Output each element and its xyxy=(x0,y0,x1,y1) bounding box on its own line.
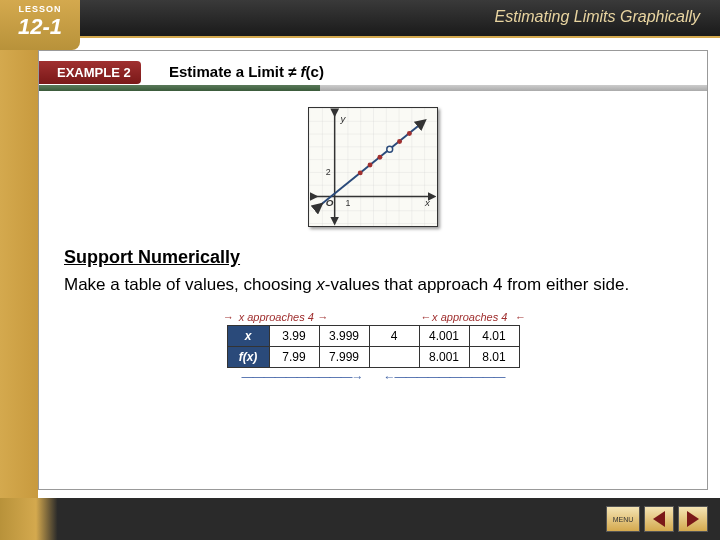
title-arg: (c) xyxy=(306,63,324,80)
approach-annotations: → x approaches 4 → ← x approaches 4 ← xyxy=(39,311,707,323)
svg-point-7 xyxy=(397,139,402,144)
divider-gray xyxy=(320,85,707,91)
next-button[interactable] xyxy=(678,506,708,532)
triangle-right-icon xyxy=(687,511,699,527)
y-tick-2: 2 xyxy=(326,167,331,177)
triangle-left-icon xyxy=(653,511,665,527)
values-table: x 3.99 3.999 4 4.001 4.01 f(x) 7.99 7.99… xyxy=(227,325,520,368)
cell: 3.999 xyxy=(319,326,369,347)
arrow-right-icon: ――――――――――→ xyxy=(241,370,362,384)
instruction-text: Make a table of values, choosing x-value… xyxy=(64,274,682,295)
cell: 3.99 xyxy=(269,326,319,347)
menu-label: MENU xyxy=(613,516,634,523)
lesson-badge: LESSON 12-1 xyxy=(0,0,80,50)
svg-point-9 xyxy=(387,146,393,152)
svg-point-5 xyxy=(368,163,373,168)
annot-right: x approaches 4 xyxy=(432,311,507,323)
subheading: Support Numerically xyxy=(64,247,707,268)
content-frame: EXAMPLE 2 Estimate a Limit ≠ f(c) xyxy=(38,50,708,490)
graph-image: y x O 1 2 xyxy=(308,107,438,227)
menu-button[interactable]: MENU xyxy=(606,506,640,532)
example-tab: EXAMPLE 2 xyxy=(39,61,141,84)
topic-title: Estimating Limits Graphically xyxy=(495,8,700,26)
row-header-x: x xyxy=(227,326,269,347)
text-x: x xyxy=(316,275,325,294)
svg-point-4 xyxy=(358,170,363,175)
side-strip xyxy=(0,38,38,500)
cell: 4.001 xyxy=(419,326,469,347)
x-tick-1: 1 xyxy=(345,198,350,208)
divider-green xyxy=(39,85,320,91)
annot-left: x approaches 4 xyxy=(239,311,314,323)
arrow-left-icon: ← xyxy=(514,311,523,323)
prev-button[interactable] xyxy=(644,506,674,532)
origin-label: O xyxy=(326,197,334,208)
cell: 8.01 xyxy=(469,347,519,368)
row-header-fx: f(x) xyxy=(227,347,269,368)
nav-buttons: MENU xyxy=(606,506,708,532)
example-header: EXAMPLE 2 Estimate a Limit ≠ f(c) xyxy=(39,61,707,89)
cell: 7.999 xyxy=(319,347,369,368)
arrow-left-icon: ←―――――――――― xyxy=(384,370,505,384)
lesson-number: 12-1 xyxy=(0,14,80,40)
footer-bar: MENU xyxy=(0,498,720,540)
table-row: f(x) 7.99 7.999 8.001 8.01 xyxy=(227,347,519,368)
cell: 4.01 xyxy=(469,326,519,347)
arrow-right-icon: → xyxy=(223,311,232,323)
svg-point-8 xyxy=(407,131,412,136)
cell: 7.99 xyxy=(269,347,319,368)
bottom-arrow: ――――――――――→ ←―――――――――― xyxy=(39,370,707,384)
svg-point-6 xyxy=(377,155,382,160)
header-bar: LESSON 12-1 Estimating Limits Graphicall… xyxy=(0,0,720,38)
lesson-label: LESSON xyxy=(0,4,80,14)
cell: 4 xyxy=(369,326,419,347)
example-title: Estimate a Limit ≠ f(c) xyxy=(169,63,324,80)
text-pre: Make a table of values, choosing xyxy=(64,275,316,294)
arrow-left-icon: ← xyxy=(420,311,429,323)
divider xyxy=(39,85,707,91)
title-pre: Estimate a Limit ≠ xyxy=(169,63,301,80)
table-row: x 3.99 3.999 4 4.001 4.01 xyxy=(227,326,519,347)
cell: 8.001 xyxy=(419,347,469,368)
arrow-right-icon: → xyxy=(317,311,326,323)
cell xyxy=(369,347,419,368)
text-post: -values that approach 4 from either side… xyxy=(325,275,629,294)
